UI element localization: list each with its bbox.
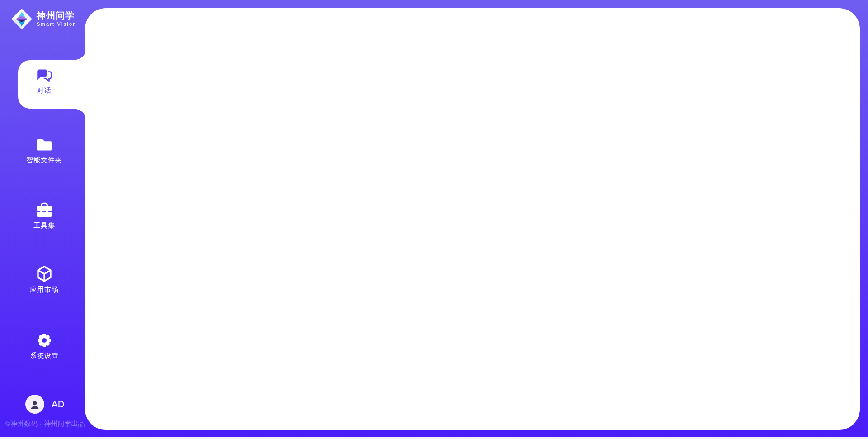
copyright: ©神州数码 · 神州问学出品: [5, 420, 85, 428]
person-icon: [29, 399, 40, 410]
sidebar-item-label: 智能文件夹: [0, 156, 89, 165]
user-profile[interactable]: AD: [25, 395, 65, 414]
sidebar-item-settings[interactable]: 系统设置: [0, 331, 89, 360]
toolbox-icon: [35, 201, 54, 219]
sidebar-item-smart-folder[interactable]: 智能文件夹: [0, 136, 89, 165]
folder-icon: [35, 136, 54, 154]
brand-text: 神州问学 Smart Vision: [37, 11, 77, 27]
brand-logo: 神州问学 Smart Vision: [11, 8, 77, 30]
sidebar-item-label: 对话: [0, 86, 89, 95]
brand-name: 神州问学: [37, 11, 77, 20]
sidebar-item-label: 应用市场: [0, 286, 89, 294]
brand-gem-icon: [11, 8, 33, 30]
sidebar-item-chat[interactable]: 对话: [0, 66, 89, 95]
sidebar-item-label: 系统设置: [0, 352, 89, 360]
gear-icon: [35, 331, 54, 349]
sidebar-item-toolbox[interactable]: 工具集: [0, 201, 89, 230]
app-background: 神州问学 Smart Vision 对话 智能文件夹 工具集 应用市场 系统设置: [0, 0, 868, 439]
sidebar-item-app-market[interactable]: 应用市场: [0, 265, 89, 294]
main-panel: [85, 8, 860, 430]
chat-icon: [35, 66, 54, 84]
user-initials: AD: [52, 399, 65, 410]
brand-subtitle: Smart Vision: [37, 22, 77, 27]
sidebar-item-label: 工具集: [0, 221, 89, 230]
cube-icon: [35, 265, 54, 283]
horizontal-scrollbar[interactable]: [0, 437, 868, 439]
avatar: [25, 395, 44, 414]
sidebar: 神州问学 Smart Vision 对话 智能文件夹 工具集 应用市场 系统设置: [0, 0, 89, 439]
